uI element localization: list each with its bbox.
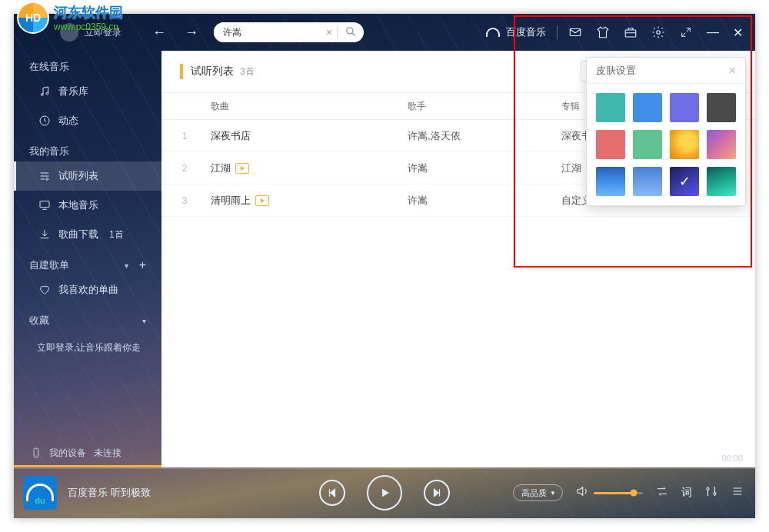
sidebar-item-label: 音乐库	[58, 85, 88, 98]
skin-icon[interactable]	[596, 25, 610, 39]
window-controls: — ✕	[707, 25, 743, 40]
svg-point-16	[707, 488, 709, 490]
svg-point-6	[46, 92, 48, 95]
svg-point-19	[714, 493, 716, 495]
search-button-icon[interactable]	[338, 26, 364, 39]
equalizer-icon[interactable]	[704, 484, 718, 501]
topbar: 立即登录 ← → × 百度音乐 — ✕	[14, 14, 755, 51]
skin-swatch-green[interactable]	[633, 130, 662, 159]
dynamic-icon	[38, 115, 51, 127]
svg-point-5	[41, 94, 43, 96]
play-order-icon[interactable]	[655, 485, 669, 500]
brand-label: 百度音乐	[506, 25, 546, 39]
svg-rect-12	[40, 201, 49, 208]
singer-name: 许嵩,洛天依	[408, 129, 561, 143]
app-window: 立即登录 ← → × 百度音乐 — ✕	[14, 14, 755, 518]
skin-settings-popup: 皮肤设置 ×	[586, 57, 746, 206]
svg-rect-2	[570, 29, 581, 36]
sidebar-devices[interactable]: 我的设备 未连接	[31, 446, 122, 460]
skin-popup-close-icon[interactable]: ×	[729, 64, 736, 78]
heart-icon	[38, 284, 51, 296]
nav-arrows: ← →	[152, 25, 198, 41]
sidebar-cat-my: 我的音乐	[14, 135, 161, 161]
sidebar-cat-self[interactable]: 自建歌单 ▾ +	[14, 249, 161, 275]
sidebar: 在线音乐 音乐库 动态 我的音乐 试听列表 本地音乐 歌曲下载 1首 自建歌单 …	[14, 51, 161, 467]
sidebar-item-local[interactable]: 本地音乐	[14, 191, 161, 220]
playlist-toggle-icon[interactable]	[731, 485, 744, 500]
play-button[interactable]	[367, 475, 402, 510]
toolbar-icons	[568, 25, 693, 39]
skin-swatch-night-selected[interactable]	[670, 167, 699, 196]
watermark-cn: 河东软件园	[54, 3, 123, 22]
brand-link[interactable]: 百度音乐	[486, 25, 546, 39]
minimize-icon[interactable]: —	[707, 25, 719, 40]
song-name: 清明雨上	[211, 195, 251, 206]
devices-status: 未连接	[94, 447, 122, 460]
time-display: 00:00	[721, 454, 743, 463]
volume-control	[575, 484, 643, 501]
sidebar-item-dynamic[interactable]: 动态	[14, 106, 161, 135]
search-clear-icon[interactable]: ×	[321, 26, 337, 38]
devices-label: 我的设备	[49, 447, 86, 460]
sidebar-item-musiclib[interactable]: 音乐库	[14, 77, 161, 106]
svg-point-0	[347, 27, 353, 33]
next-button[interactable]	[424, 480, 450, 506]
search-input[interactable]	[214, 22, 321, 42]
svg-rect-3	[625, 30, 636, 37]
sidebar-item-favorites[interactable]: 我喜欢的单曲	[14, 275, 161, 304]
mv-badge-icon[interactable]	[235, 163, 249, 174]
chevron-down-icon: ▼	[550, 490, 556, 497]
singer-name: 许嵩	[408, 161, 561, 175]
add-playlist-icon[interactable]: +	[139, 258, 146, 272]
sidebar-item-listenlist[interactable]: 试听列表	[14, 161, 161, 191]
sidebar-item-label: 本地音乐	[58, 198, 98, 212]
brand-headphones-icon	[486, 28, 500, 37]
settings-gear-icon[interactable]	[651, 25, 665, 39]
close-icon[interactable]: ✕	[733, 25, 743, 40]
lyrics-icon[interactable]: 词	[681, 486, 692, 500]
sidebar-cat-collect[interactable]: 收藏▾	[14, 304, 161, 331]
player-right-controls: 高品质▼ 词	[513, 484, 744, 501]
svg-line-1	[352, 32, 355, 35]
skin-swatch-sunflower[interactable]	[670, 130, 699, 159]
quality-selector[interactable]: 高品质▼	[513, 484, 563, 501]
row-index: 2	[161, 163, 208, 174]
chevron-down-icon: ▾	[125, 261, 128, 270]
skin-swatch-blue[interactable]	[633, 93, 662, 122]
skin-swatch-purple[interactable]	[670, 93, 699, 122]
nav-back-icon[interactable]: ←	[152, 25, 166, 41]
list-title: 试听列表	[191, 65, 234, 78]
download-icon	[38, 228, 51, 241]
skin-swatch-dark[interactable]	[707, 93, 736, 122]
col-singer[interactable]: 歌手	[408, 100, 561, 113]
mail-icon[interactable]	[568, 25, 582, 39]
prev-button[interactable]	[319, 480, 345, 506]
row-index: 1	[161, 131, 208, 141]
download-count-badge: 1首	[109, 228, 124, 241]
sidebar-item-download[interactable]: 歌曲下载 1首	[14, 220, 161, 249]
progress-bar[interactable]	[14, 467, 755, 469]
col-song[interactable]: 歌曲	[208, 100, 408, 113]
nav-forward-icon[interactable]: →	[185, 25, 198, 41]
album-art-logo[interactable]	[23, 476, 57, 510]
sidebar-item-label: 试听列表	[58, 169, 98, 183]
skin-swatch-aurora[interactable]	[707, 167, 736, 196]
watermark-url: www.pc0359.cn	[54, 22, 123, 32]
monitor-icon	[38, 199, 51, 211]
mv-badge-icon[interactable]	[255, 195, 269, 206]
volume-icon[interactable]	[575, 484, 589, 501]
skin-swatch-dusk[interactable]	[707, 130, 736, 159]
volume-slider[interactable]	[594, 492, 643, 494]
skin-swatch-sky[interactable]	[633, 167, 662, 196]
sidebar-item-label: 歌曲下载	[58, 228, 98, 241]
toolbox-icon[interactable]	[624, 25, 638, 39]
skin-swatch-ocean[interactable]	[596, 167, 625, 196]
sidebar-login-tip[interactable]: 立即登录,让音乐跟着你走	[14, 331, 161, 354]
mini-mode-icon[interactable]	[679, 25, 693, 39]
playback-controls	[319, 475, 450, 510]
skin-swatch-teal[interactable]	[596, 93, 625, 122]
chevron-down-icon: ▾	[142, 317, 146, 325]
music-note-icon	[38, 85, 51, 98]
skin-swatch-red[interactable]	[596, 130, 625, 159]
sidebar-item-label: 动态	[58, 114, 78, 128]
